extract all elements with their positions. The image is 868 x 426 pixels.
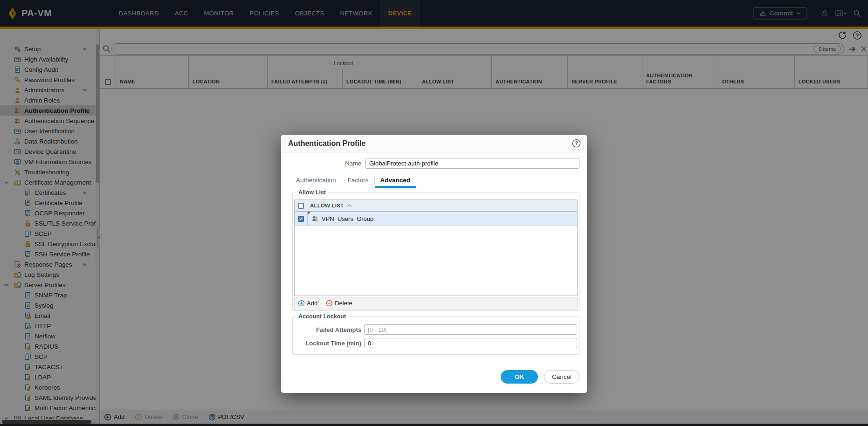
allow-list-table-header: ALLOW LIST	[295, 200, 577, 212]
svg-text:?: ?	[575, 140, 578, 146]
cancel-button[interactable]: Cancel	[544, 370, 579, 384]
user-group-icon	[311, 215, 319, 222]
name-input[interactable]	[365, 158, 579, 169]
tab-authentication[interactable]: Authentication	[290, 174, 342, 188]
dialog-help-icon[interactable]: ?	[572, 138, 581, 148]
dialog-actions: OK Cancel	[501, 370, 579, 384]
add-icon	[298, 300, 305, 307]
delete-icon	[326, 300, 333, 307]
tab-factors[interactable]: Factors	[342, 174, 374, 188]
pa-vm-app: PA-VM DASHBOARD ACC MONITOR POLICIES OBJ…	[0, 0, 868, 426]
allow-list-entry-label: VPN_Users_Group	[322, 215, 373, 222]
sort-ascending-icon[interactable]	[347, 204, 352, 207]
modified-marker	[308, 212, 311, 215]
allow-list-fieldset: Allow List ALLOW LIST VPN_Users_Group	[292, 192, 579, 311]
failed-attempts-row: Failed Attempts	[293, 324, 579, 335]
allow-list-row-vpn-users-group[interactable]: VPN_Users_Group	[295, 212, 577, 226]
allow-list-empty-area	[295, 226, 577, 295]
row-checkbox[interactable]	[298, 216, 304, 222]
allow-list-legend: Allow List	[296, 189, 328, 196]
name-row: Name	[281, 158, 587, 169]
account-lockout-fieldset: Account Lockout Failed Attempts Lockout …	[292, 316, 579, 355]
account-lockout-legend: Account Lockout	[296, 313, 348, 320]
lockout-time-label: Lockout Time (min)	[293, 340, 361, 347]
failed-attempts-input[interactable]	[364, 324, 577, 335]
name-label: Name	[281, 160, 361, 167]
tab-advanced[interactable]: Advanced	[375, 174, 416, 188]
allow-list-select-all-checkbox[interactable]	[298, 203, 304, 209]
dialog-tabs: Authentication Factors Advanced	[290, 174, 416, 188]
ok-button[interactable]: OK	[501, 370, 538, 384]
dialog-titlebar: Authentication Profile ?	[281, 135, 587, 152]
authentication-profile-dialog: Authentication Profile ? Name Authentica…	[281, 135, 587, 393]
allow-list-add-button[interactable]: Add	[298, 300, 317, 307]
allow-list-delete-button[interactable]: Delete	[326, 300, 352, 307]
allow-list-column-header[interactable]: ALLOW LIST	[310, 203, 344, 208]
allow-list-footer: Add Delete	[294, 297, 578, 309]
lockout-time-input[interactable]	[364, 338, 577, 348]
allow-list-table: ALLOW LIST VPN_Users_Group	[294, 199, 578, 296]
dialog-title: Authentication Profile	[288, 139, 365, 148]
failed-attempts-label: Failed Attempts	[293, 326, 361, 333]
lockout-time-row: Lockout Time (min)	[293, 338, 579, 348]
